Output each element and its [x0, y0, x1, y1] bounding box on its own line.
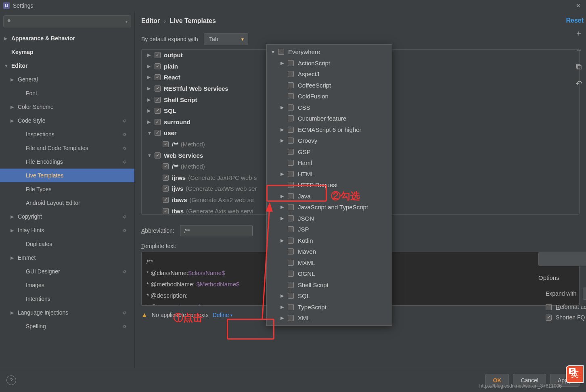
context-item[interactable]: ▶JSP [267, 224, 392, 235]
template-checkbox[interactable] [155, 152, 161, 158]
shorten-fq-checkbox[interactable] [546, 315, 552, 321]
context-checkbox[interactable] [288, 238, 294, 244]
sidebar-item[interactable]: ▶Emmet [0, 251, 134, 265]
reset-link[interactable]: Reset [566, 17, 584, 24]
context-checkbox[interactable] [278, 49, 284, 55]
context-checkbox[interactable] [288, 71, 294, 77]
sidebar-item[interactable]: Spelling⛭ [0, 319, 134, 333]
sidebar-item[interactable]: Live Templates [0, 169, 134, 182]
context-checkbox[interactable] [288, 248, 294, 254]
sidebar-item[interactable]: ▶Color Scheme [0, 100, 134, 114]
template-checkbox[interactable] [155, 97, 161, 103]
template-checkbox[interactable] [163, 208, 169, 214]
context-checkbox[interactable] [288, 226, 294, 232]
context-checkbox[interactable] [288, 138, 294, 144]
sidebar-item[interactable]: Intentions [0, 292, 134, 306]
context-checkbox[interactable] [288, 215, 294, 221]
context-item[interactable]: ▶TypeScript [267, 302, 392, 313]
define-link[interactable]: Define▾ [213, 312, 232, 318]
context-item[interactable]: ▶CSS [267, 102, 392, 113]
context-item[interactable]: ▶JSON [267, 213, 392, 224]
context-checkbox[interactable] [288, 193, 294, 199]
context-item[interactable]: ▶MXML [267, 257, 392, 269]
context-popup[interactable]: ▼Everywhere▶ActionScript▶AspectJ▶CoffeeS… [266, 44, 392, 326]
template-checkbox[interactable] [163, 186, 169, 192]
template-checkbox[interactable] [163, 197, 169, 203]
abbreviation-input[interactable] [180, 225, 253, 236]
sidebar-item[interactable]: Images [0, 278, 134, 292]
expand-with-option-select[interactable]: Default (Tab) ▼ [583, 288, 586, 300]
breadcrumb-editor[interactable]: Editor [141, 17, 160, 25]
context-item[interactable]: ▶ActionScript [267, 58, 392, 69]
context-checkbox[interactable] [288, 93, 294, 99]
template-checkbox[interactable] [155, 130, 161, 136]
context-checkbox[interactable] [288, 271, 294, 277]
sidebar-item[interactable]: ▶General [0, 73, 134, 86]
context-checkbox[interactable] [288, 115, 294, 121]
undo-icon[interactable]: ↶ [576, 79, 582, 88]
context-checkbox[interactable] [288, 82, 294, 88]
context-checkbox[interactable] [288, 149, 294, 155]
context-checkbox[interactable] [288, 315, 294, 321]
context-item[interactable]: ▶Shell Script [267, 279, 392, 291]
context-checkbox[interactable] [288, 171, 294, 177]
context-item[interactable]: ▼Everywhere [267, 46, 392, 58]
context-checkbox[interactable] [288, 182, 294, 188]
sidebar-item[interactable]: ▼Editor [0, 59, 134, 73]
context-checkbox[interactable] [288, 260, 294, 266]
sidebar-item[interactable]: GUI Designer⛭ [0, 265, 134, 278]
context-item[interactable]: ▶Kotlin [267, 235, 392, 246]
sidebar-item[interactable]: File Types [0, 182, 134, 196]
close-icon[interactable]: × [573, 2, 583, 10]
edit-variables-button[interactable]: Edit variables [538, 252, 586, 266]
template-checkbox[interactable] [155, 85, 161, 92]
context-item[interactable]: ▶XML [267, 313, 392, 324]
reformat-checkbox[interactable] [546, 304, 552, 310]
context-item[interactable]: ▶ColdFusion [267, 91, 392, 102]
sidebar-item[interactable]: Android Layout Editor [0, 196, 134, 210]
context-item[interactable]: ▶OGNL [267, 268, 392, 279]
context-item[interactable]: ▶Java [267, 191, 392, 202]
sidebar-item[interactable]: File Encodings⛭ [0, 155, 134, 169]
help-icon[interactable]: ? [6, 375, 16, 385]
context-item[interactable]: ▶Haml [267, 157, 392, 169]
sidebar-item[interactable]: ▶Code Style⛭ [0, 114, 134, 127]
context-item[interactable]: ▶SQL [267, 290, 392, 302]
context-item[interactable]: ▶JavaScript and TypeScript [267, 202, 392, 213]
context-checkbox[interactable] [288, 104, 294, 111]
template-checkbox[interactable] [155, 74, 161, 80]
context-checkbox[interactable] [288, 127, 294, 133]
context-item[interactable]: ▶Cucumber feature [267, 113, 392, 124]
sidebar-item[interactable]: Inspections⛭ [0, 127, 134, 141]
template-checkbox[interactable] [155, 119, 161, 125]
search-input[interactable]: ▾ [3, 15, 131, 27]
context-checkbox[interactable] [288, 60, 294, 66]
context-item[interactable]: ▶ECMAScript 6 or higher [267, 124, 392, 136]
context-item[interactable]: ▶HTML [267, 169, 392, 180]
add-icon[interactable]: + [576, 29, 581, 38]
remove-icon[interactable]: − [576, 46, 581, 55]
sidebar-item[interactable]: ▶Copyright⛭ [0, 210, 134, 223]
sidebar-item[interactable]: Duplicates [0, 237, 134, 251]
context-checkbox[interactable] [288, 293, 294, 299]
template-checkbox[interactable] [163, 141, 169, 147]
context-checkbox[interactable] [288, 160, 294, 166]
template-checkbox[interactable] [155, 108, 161, 114]
context-item[interactable]: ▶HTTP Request [267, 179, 392, 191]
sidebar-item[interactable]: Font [0, 86, 134, 100]
context-checkbox[interactable] [288, 204, 294, 210]
template-checkbox[interactable] [163, 163, 169, 169]
context-item[interactable]: ▶GSP [267, 146, 392, 158]
ime-badge[interactable]: S英 [566, 365, 584, 383]
copy-icon[interactable]: ⧉ [576, 62, 582, 71]
sidebar-item[interactable]: File and Code Templates⛭ [0, 141, 134, 155]
template-checkbox[interactable] [163, 175, 169, 181]
sidebar-item[interactable]: ▶Language Injections⛭ [0, 306, 134, 319]
sidebar-item[interactable]: Keymap [0, 45, 134, 59]
template-checkbox[interactable] [155, 52, 161, 58]
sidebar-item[interactable]: ▶Inlay Hints⛭ [0, 223, 134, 237]
context-item[interactable]: ▶CoffeeScript [267, 80, 392, 91]
context-item[interactable]: ▶Groovy [267, 135, 392, 146]
context-item[interactable]: ▶AspectJ [267, 69, 392, 80]
sidebar-item[interactable]: ▶Appearance & Behavior [0, 31, 134, 45]
